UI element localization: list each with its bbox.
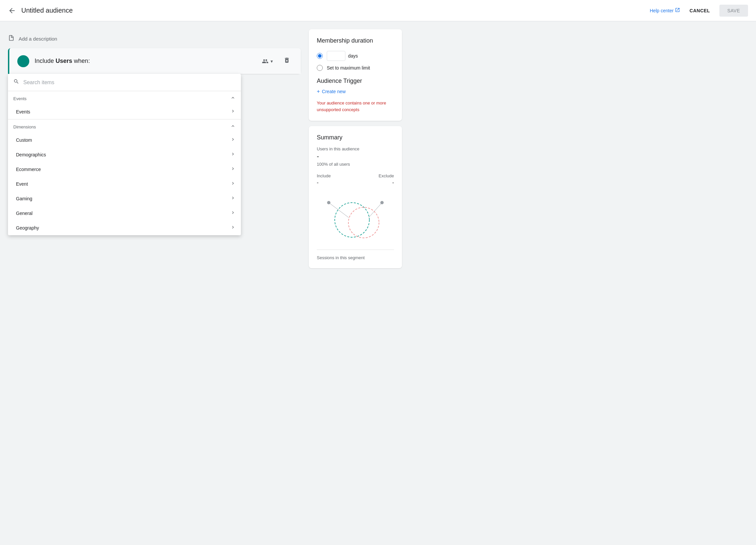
users-button[interactable]: ▾ [259,56,276,67]
page-title: Untitled audience [21,7,650,14]
menu-item-demographics-arrow-icon [230,151,236,158]
help-center-link[interactable]: Help center [650,7,680,14]
svg-point-3 [380,201,384,204]
duration-radio[interactable] [317,53,323,59]
delete-button[interactable] [281,55,293,67]
days-label: days [348,53,358,59]
days-input-wrapper: 30 days [327,51,358,61]
main-content: Add a description Include Users when: ▾ [0,21,756,545]
summary-card: Summary Users in this audience - 100% of… [309,126,402,268]
summary-divider [317,250,394,250]
include-value: - [317,180,318,186]
menu-item-general[interactable]: General [8,206,241,221]
include-exclude-labels: Include Exclude [317,173,394,178]
dimensions-chevron-up-icon [230,123,236,130]
menu-item-custom-arrow-icon [230,137,236,143]
days-input[interactable]: 30 [327,51,345,61]
audience-card: Include Users when: ▾ [8,48,301,74]
users-in-audience-label: Users in this audience [317,146,394,151]
membership-card: Membership duration 30 days Set to maxim… [309,29,402,121]
svg-line-0 [329,203,349,218]
search-icon [13,79,19,86]
menu-item-events-label: Events [16,109,30,114]
events-section-label: Events [13,96,27,101]
users-in-audience-value: - [317,153,394,160]
external-link-icon [675,7,680,14]
menu-item-geography-label: Geography [16,225,39,231]
plus-icon: + [317,89,320,94]
audience-dot [17,55,29,67]
menu-item-gaming-label: Gaming [16,196,32,201]
max-limit-radio[interactable] [317,65,323,71]
menu-item-ecommerce[interactable]: Ecommerce [8,162,241,177]
menu-item-events-arrow-icon [230,108,236,115]
save-button[interactable]: SAVE [719,5,748,17]
max-limit-radio-row: Set to maximum limit [317,65,394,71]
help-center-label: Help center [650,8,674,13]
events-category-header[interactable]: Events [8,91,241,104]
summary-title: Summary [317,134,394,141]
menu-item-ecommerce-arrow-icon [230,166,236,173]
create-new-button[interactable]: + Create new [317,89,346,94]
search-box [8,74,241,91]
menu-item-event[interactable]: Event [8,177,241,191]
include-label: Include [317,173,331,178]
audience-header-actions: ▾ [259,55,293,67]
description-row[interactable]: Add a description [8,29,301,48]
search-dropdown: Events Events Dimensions [8,74,241,235]
menu-item-events[interactable]: Events [8,104,241,119]
users-arrow: ▾ [271,59,273,64]
svg-point-2 [327,201,330,204]
include-exclude-values: - - [317,180,394,186]
description-icon [8,35,15,43]
menu-item-geography[interactable]: Geography [8,221,241,235]
menu-item-general-label: General [16,211,33,216]
include-prefix: Include [35,58,56,64]
svg-line-1 [369,203,382,218]
topbar-actions: Help center CANCEL SAVE [650,5,748,17]
include-suffix: when: [72,58,90,64]
description-placeholder: Add a description [19,36,57,42]
menu-item-custom-label: Custom [16,137,32,143]
exclude-label: Exclude [379,173,394,178]
menu-item-demographics[interactable]: Demographics [8,147,241,162]
trigger-title: Audience Trigger [317,78,394,85]
include-bold: Users [56,58,72,64]
audience-card-header: Include Users when: ▾ [8,48,301,74]
create-new-label: Create new [322,89,346,94]
menu-item-general-arrow-icon [230,210,236,217]
menu-item-gaming-arrow-icon [230,195,236,202]
topbar: Untitled audience Help center CANCEL SAV… [0,0,756,21]
search-input[interactable] [23,80,236,86]
dimensions-section-label: Dimensions [13,124,36,129]
warning-text: Your audience contains one or more unsup… [317,100,394,113]
trigger-section: Audience Trigger + Create new Your audie… [317,78,394,113]
dimensions-category-header[interactable]: Dimensions [8,119,241,133]
percent-all-users: 100% of all users [317,162,394,167]
menu-item-custom[interactable]: Custom [8,133,241,147]
back-button[interactable] [8,7,16,15]
menu-item-gaming[interactable]: Gaming [8,191,241,206]
menu-item-ecommerce-label: Ecommerce [16,167,41,172]
duration-radio-row: 30 days [317,51,394,61]
menu-item-event-label: Event [16,181,28,187]
max-limit-label: Set to maximum limit [327,65,370,71]
radio-group: 30 days Set to maximum limit [317,51,394,71]
menu-item-geography-arrow-icon [230,225,236,231]
audience-header-text: Include Users when: [35,58,254,65]
svg-point-5 [348,207,379,238]
menu-item-event-arrow-icon [230,181,236,187]
venn-diagram [317,191,394,244]
left-panel: Add a description Include Users when: ▾ [8,29,301,537]
cancel-button[interactable]: CANCEL [685,5,714,16]
right-panel: Membership duration 30 days Set to maxim… [309,29,402,537]
menu-item-demographics-label: Demographics [16,152,46,157]
exclude-value: - [392,180,394,186]
events-chevron-up-icon [230,95,236,102]
sessions-label: Sessions in this segment [317,255,394,260]
membership-title: Membership duration [317,37,394,44]
